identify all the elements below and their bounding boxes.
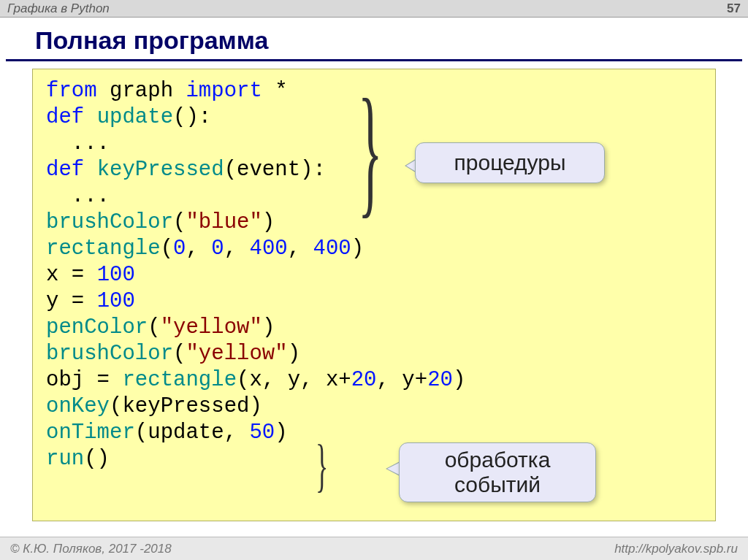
callout-events-line2: событий: [454, 472, 541, 496]
fn-ontimer: onTimer: [46, 421, 135, 445]
n7d: 400: [313, 237, 351, 261]
ellipsis2: ...: [46, 184, 110, 208]
fn-brushcolor1: brushColor: [46, 210, 173, 234]
q7: ): [351, 237, 364, 261]
q10: ): [262, 315, 275, 340]
p6: (: [173, 210, 186, 234]
str-blue: "blue": [186, 210, 262, 234]
n14: 50: [249, 421, 275, 445]
r12a: (x, y, x+: [237, 368, 351, 392]
footer-url: http://kpolyakov.spb.ru: [614, 542, 738, 556]
x-assign: x =: [46, 263, 97, 287]
n7c: 400: [249, 237, 287, 261]
q11: ): [288, 342, 300, 366]
q14: ): [275, 421, 287, 445]
fn-onkey: onKey: [46, 394, 110, 418]
callout-events: обработка событий: [399, 442, 596, 502]
r12b: , y+: [377, 368, 428, 392]
n7b: 0: [211, 237, 224, 261]
fn-rectangle1: rectangle: [46, 237, 161, 261]
r15: (): [84, 447, 110, 471]
n12a: 20: [351, 368, 377, 392]
footer-bar: © К.Ю. Поляков, 2017 -2018 http://kpolya…: [0, 537, 748, 560]
star: *: [262, 79, 288, 103]
y-assign: y =: [46, 289, 97, 313]
fn-rectangle2: rectangle: [122, 368, 237, 392]
kw-def2: def: [46, 158, 84, 182]
q6: ): [262, 210, 275, 234]
r13: (keyPressed): [110, 394, 262, 418]
n7a: 0: [173, 237, 186, 261]
n8: 100: [97, 263, 135, 287]
p14: (update,: [135, 421, 250, 445]
mod-graph: graph: [110, 79, 173, 103]
p11: (: [173, 342, 186, 366]
kw-from: from: [46, 79, 97, 103]
fn-brushcolor2: brushColor: [46, 342, 173, 366]
kw-def1: def: [46, 105, 84, 129]
c7c: ,: [288, 237, 313, 261]
p10: (: [148, 315, 160, 340]
n12b: 20: [427, 368, 453, 392]
fn-update: update: [97, 105, 173, 129]
str-yellow2: "yellow": [186, 342, 287, 366]
q12: ): [453, 368, 465, 392]
obj-assign: obj =: [46, 368, 122, 392]
fn-keypressed: keyPressed: [97, 158, 224, 182]
parens1: ():: [173, 105, 211, 129]
fn-run: run: [46, 447, 84, 471]
code-block: from graph import * def update(): ... de…: [32, 69, 716, 521]
kw-import: import: [186, 79, 262, 103]
page-title: Полная программа: [6, 18, 742, 61]
p7: (: [161, 237, 173, 261]
callout-events-line1: обработка: [445, 448, 551, 472]
n9: 100: [97, 289, 135, 313]
header-topic: Графика в Python: [7, 1, 110, 16]
footer-copyright: © К.Ю. Поляков, 2017 -2018: [10, 542, 172, 556]
str-yellow1: "yellow": [161, 315, 262, 340]
parens2: (event):: [224, 158, 326, 182]
slide-number: 57: [727, 1, 741, 16]
fn-pencolor: penColor: [46, 315, 148, 340]
callout-procedures: процедуры: [415, 142, 605, 183]
header-bar: Графика в Python 57: [0, 0, 748, 18]
c7a: ,: [186, 237, 211, 261]
c7b: ,: [224, 237, 250, 261]
ellipsis1: ...: [46, 131, 110, 156]
callout-procedures-text: процедуры: [454, 150, 566, 174]
